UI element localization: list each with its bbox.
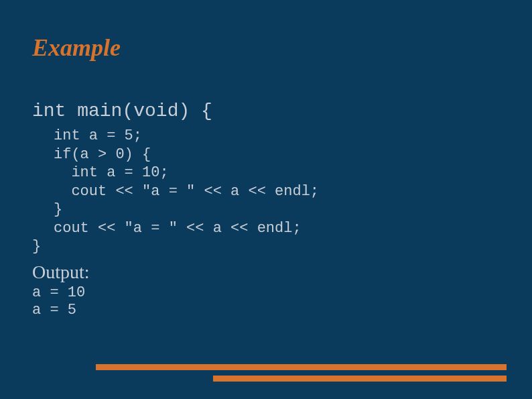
slide-title: Example bbox=[32, 34, 500, 62]
code-body: int a = 5; if(a > 0) { int a = 10; cout … bbox=[54, 127, 500, 237]
code-close: } bbox=[32, 237, 500, 256]
output-body: a = 10 a = 5 bbox=[32, 284, 500, 320]
accent-bar-bottom bbox=[213, 376, 507, 382]
slide-content: Example int main(void) { int a = 5; if(a… bbox=[0, 0, 532, 319]
accent-bar-top bbox=[96, 364, 507, 370]
code-signature: int main(void) { bbox=[32, 101, 500, 121]
output-label: Output: bbox=[32, 262, 500, 283]
footer-decoration bbox=[32, 364, 507, 382]
